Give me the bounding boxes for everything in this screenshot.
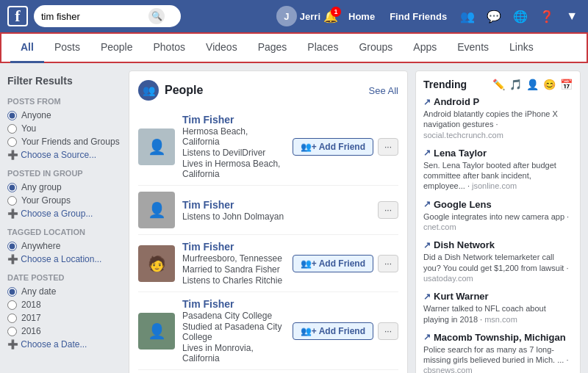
- trending-desc: Android blatantly copies the iPhone X na…: [423, 109, 573, 140]
- person-detail-3: Lives in Monrovia, California: [182, 343, 285, 363]
- avatar: 👤: [138, 192, 175, 228]
- trending-desc: Did a Dish Network telemarketer call you…: [423, 252, 573, 283]
- tab-places[interactable]: Places: [297, 32, 348, 63]
- people-see-all-link[interactable]: See All: [369, 85, 398, 96]
- radio-your-groups-label: Your Groups: [21, 195, 71, 206]
- more-options-button[interactable]: ···: [378, 255, 398, 272]
- person-actions: 👥+ Add Friend ···: [293, 322, 398, 340]
- trending-filter-icon-3[interactable]: 👤: [526, 79, 539, 90]
- radio-2018-label: 2018: [21, 300, 41, 310]
- tab-photos[interactable]: Photos: [143, 32, 196, 63]
- radio-any-group[interactable]: [7, 183, 17, 192]
- nav-chevron-icon[interactable]: ▼: [563, 7, 581, 26]
- person-actions: 👥+ Add Friend ···: [293, 138, 398, 156]
- center-content: 👥 People See All 👤 Tim Fisher Hermosa Be…: [129, 70, 408, 373]
- nav-people-icon[interactable]: 👥: [457, 7, 478, 26]
- search-submit-button[interactable]: 🔍: [148, 8, 165, 24]
- choose-location-link[interactable]: ➕ Choose a Location...: [7, 254, 121, 264]
- filter-section-date-posted: DATE POSTED Any date 2018 2017 2016 ➕ Ch…: [7, 273, 121, 350]
- trending-topic-android-p[interactable]: ↗ Android P: [423, 96, 573, 107]
- nav-help-icon[interactable]: ❓: [537, 7, 557, 26]
- people-card: 👥 People See All 👤 Tim Fisher Hermosa Be…: [129, 70, 408, 373]
- search-input[interactable]: [41, 11, 144, 22]
- person-name[interactable]: Tim Fisher: [182, 298, 285, 310]
- radio-you[interactable]: [7, 124, 17, 134]
- tab-posts[interactable]: Posts: [44, 32, 90, 63]
- nav-username: Jerri: [300, 11, 320, 22]
- trending-topic-dish-network[interactable]: ↗ Dish Network: [423, 239, 573, 250]
- trending-topic-lena-taylor[interactable]: ↗ Lena Taylor: [423, 148, 573, 159]
- nav-home-link[interactable]: Home: [344, 8, 379, 25]
- trending-card: Trending ✏️ 🎵 👤 😊 📅 ↗ Android P Android …: [415, 70, 581, 373]
- tab-people[interactable]: People: [90, 32, 143, 63]
- choose-source-link[interactable]: ➕ Choose a Source...: [7, 150, 121, 160]
- person-name[interactable]: Tim Fisher: [182, 241, 285, 253]
- people-icon: 👥: [138, 80, 159, 101]
- people-title: 👥 People: [138, 80, 203, 101]
- radio-2017[interactable]: [7, 314, 17, 323]
- person-name[interactable]: Tim Fisher: [182, 114, 285, 126]
- nav-find-friends-link[interactable]: Find Friends: [385, 8, 451, 25]
- more-options-button[interactable]: ···: [378, 322, 398, 340]
- trending-topic-google-lens[interactable]: ↗ Google Lens: [423, 199, 573, 210]
- trending-item: ↗ Kurt Warner Warner talked to NFL coach…: [423, 291, 573, 325]
- right-sidebar: Trending ✏️ 🎵 👤 😊 📅 ↗ Android P Android …: [415, 70, 581, 373]
- trending-item: ↗ Macomb Township, Michigan Police searc…: [423, 332, 573, 373]
- nav-user-area: J Jerri 🔔 1: [276, 6, 338, 26]
- tab-all[interactable]: All: [10, 32, 44, 63]
- trending-topic-macomb[interactable]: ↗ Macomb Township, Michigan: [423, 332, 573, 343]
- choose-group-link[interactable]: ➕ Choose a Group...: [7, 209, 121, 219]
- trending-item: ↗ Lena Taylor Sen. Lena Taylor booted af…: [423, 148, 573, 192]
- nav-notification-icon[interactable]: 🔔 1: [323, 10, 338, 23]
- tagged-location-label: TAGGED LOCATION: [7, 228, 121, 236]
- radio-you-label: You: [21, 123, 36, 134]
- trending-filter-icon-4[interactable]: 😊: [543, 79, 556, 90]
- nav-messages-icon[interactable]: 💬: [484, 7, 504, 26]
- filter-tabs-bar: All Posts People Photos Videos Pages Pla…: [0, 32, 588, 63]
- list-item: 👤 Tim Fisher Listens to John Dolmayan ··…: [138, 186, 398, 235]
- avatar: 🧑: [138, 245, 175, 282]
- trending-desc: Warner talked to NFL coach about playing…: [423, 303, 573, 325]
- add-friend-button[interactable]: 👥+ Add Friend: [293, 255, 373, 272]
- radio-any-date[interactable]: [7, 287, 17, 297]
- trending-desc: Sen. Lena Taylor booted after budget com…: [423, 160, 573, 192]
- notification-badge: 1: [331, 7, 341, 17]
- radio-friends-groups[interactable]: [7, 137, 17, 147]
- trending-header: Trending ✏️ 🎵 👤 😊 📅: [423, 79, 573, 90]
- radio-anywhere[interactable]: [7, 242, 17, 251]
- date-posted-label: DATE POSTED: [7, 273, 121, 282]
- trending-desc: Google integrates into new camera app · …: [423, 211, 573, 233]
- tab-videos[interactable]: Videos: [196, 32, 248, 63]
- person-detail-3: Listens to Charles Ritchie: [182, 275, 285, 286]
- radio-2016[interactable]: [7, 327, 17, 336]
- radio-your-groups[interactable]: [7, 196, 17, 206]
- person-name[interactable]: Tim Fisher: [182, 199, 370, 211]
- trending-filter-icon-5[interactable]: 📅: [560, 79, 573, 90]
- add-friend-button[interactable]: 👥+ Add Friend: [293, 138, 373, 156]
- trending-filter-icon-2[interactable]: 🎵: [509, 79, 522, 90]
- tab-apps[interactable]: Apps: [403, 32, 447, 63]
- more-options-button[interactable]: ···: [378, 138, 398, 156]
- list-item: 🧑 Tim Fisher Murfreesboro, Tennessee Mar…: [138, 235, 398, 292]
- trending-filter-icon-1[interactable]: ✏️: [492, 79, 505, 90]
- main-layout: Filter Results POSTS FROM Anyone You You…: [0, 63, 588, 373]
- more-options-button[interactable]: ···: [378, 201, 398, 219]
- tab-groups[interactable]: Groups: [348, 32, 403, 63]
- trending-item: ↗ Android P Android blatantly copies the…: [423, 96, 573, 140]
- left-sidebar: Filter Results POSTS FROM Anyone You You…: [7, 70, 121, 373]
- trending-topic-kurt-warner[interactable]: ↗ Kurt Warner: [423, 291, 573, 302]
- tab-events[interactable]: Events: [447, 32, 499, 63]
- add-friend-button[interactable]: 👥+ Add Friend: [293, 322, 373, 340]
- radio-2018[interactable]: [7, 300, 17, 310]
- person-detail-2: Studied at Pasadena City College: [182, 322, 285, 342]
- top-navigation: f 🔍 J Jerri 🔔 1 Home Find Friends 👥 💬 🌐 …: [0, 0, 588, 32]
- trending-desc: Police search for as many as 7 long-miss…: [423, 344, 573, 373]
- choose-date-link[interactable]: ➕ Choose a Date...: [7, 339, 121, 350]
- radio-friends-groups-label: Your Friends and Groups: [21, 137, 120, 147]
- nav-globe-icon[interactable]: 🌐: [510, 7, 531, 26]
- search-bar: 🔍: [34, 5, 181, 27]
- filter-section-tagged-location: TAGGED LOCATION Anywhere ➕ Choose a Loca…: [7, 228, 121, 264]
- tab-links[interactable]: Links: [499, 32, 544, 63]
- tab-pages[interactable]: Pages: [248, 32, 298, 63]
- radio-anyone[interactable]: [7, 111, 17, 120]
